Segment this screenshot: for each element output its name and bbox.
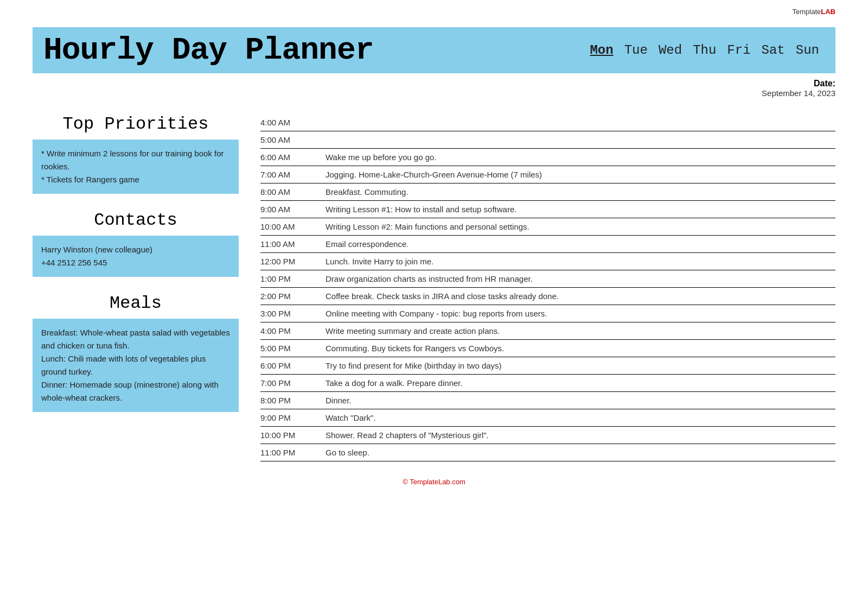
schedule-event: Shower. Read 2 chapters of "Mysterious g… bbox=[320, 427, 835, 444]
contact-line: +44 2512 256 545 bbox=[41, 256, 230, 269]
priorities-box: * Write minimum 2 lessons for our traini… bbox=[33, 140, 239, 194]
schedule-event: Try to find present for Mike (birthday i… bbox=[320, 357, 835, 375]
schedule-event: Lunch. Invite Harry to join me. bbox=[320, 253, 835, 270]
schedule-time: 6:00 PM bbox=[260, 357, 320, 375]
schedule-event: Writing Lesson #2: Main functions and pe… bbox=[320, 218, 835, 236]
day-mon[interactable]: Mon bbox=[590, 43, 613, 58]
priority-item: * Write minimum 2 lessons for our traini… bbox=[41, 147, 230, 173]
day-thu[interactable]: Thu bbox=[693, 43, 716, 58]
footer-link[interactable]: © TemplateLab.com bbox=[403, 478, 465, 486]
schedule-time: 10:00 AM bbox=[260, 218, 320, 236]
schedule-time: 7:00 PM bbox=[260, 375, 320, 392]
day-wed[interactable]: Wed bbox=[659, 43, 682, 58]
date-label: Date: bbox=[33, 79, 835, 88]
meals-box: Breakfast: Whole-wheat pasta salad with … bbox=[33, 319, 239, 412]
header: Hourly Day Planner MonTueWedThuFriSatSun bbox=[33, 27, 835, 73]
schedule-event: Write meeting summary and create action … bbox=[320, 322, 835, 340]
schedule-row: 11:00 PMGo to sleep. bbox=[260, 444, 835, 461]
schedule-row: 2:00 PMCoffee break. Check tasks in JIRA… bbox=[260, 288, 835, 305]
schedule-row: 6:00 PMTry to find present for Mike (bir… bbox=[260, 357, 835, 375]
schedule-event: Watch "Dark". bbox=[320, 409, 835, 427]
schedule-row: 4:00 PMWrite meeting summary and create … bbox=[260, 322, 835, 340]
day-sun[interactable]: Sun bbox=[796, 43, 819, 58]
schedule-time: 4:00 AM bbox=[260, 114, 320, 131]
schedule-event: Commuting. Buy tickets for Rangers vs Co… bbox=[320, 340, 835, 357]
schedule-row: 7:00 AMJogging. Home-Lake-Church-Green A… bbox=[260, 166, 835, 183]
page-title: Hourly Day Planner bbox=[43, 33, 374, 68]
contacts-title: Contacts bbox=[33, 210, 239, 230]
meals-section: Meals Breakfast: Whole-wheat pasta salad… bbox=[33, 293, 239, 412]
schedule-time: 6:00 AM bbox=[260, 149, 320, 166]
logo-lab: LAB bbox=[821, 8, 835, 16]
schedule-row: 10:00 PMShower. Read 2 chapters of "Myst… bbox=[260, 427, 835, 444]
schedule-event: Coffee break. Check tasks in JIRA and cl… bbox=[320, 288, 835, 305]
days-navigation: MonTueWedThuFriSatSun bbox=[590, 43, 819, 58]
schedule-time: 10:00 PM bbox=[260, 427, 320, 444]
schedule-event: Jogging. Home-Lake-Church-Green Avenue-H… bbox=[320, 166, 835, 183]
footer[interactable]: © TemplateLab.com bbox=[33, 478, 835, 486]
schedule-table: 4:00 AM5:00 AM6:00 AMWake me up before y… bbox=[260, 114, 835, 461]
schedule-row: 5:00 PMCommuting. Buy tickets for Ranger… bbox=[260, 340, 835, 357]
schedule-event bbox=[320, 114, 835, 131]
schedule-event: Email correspondence. bbox=[320, 236, 835, 253]
schedule-event: Writing Lesson #1: How to install and se… bbox=[320, 201, 835, 218]
schedule-row: 4:00 AM bbox=[260, 114, 835, 131]
schedule-row: 6:00 AMWake me up before you go go. bbox=[260, 149, 835, 166]
schedule-event: Take a dog for a walk. Prepare dinner. bbox=[320, 375, 835, 392]
day-tue[interactable]: Tue bbox=[624, 43, 648, 58]
schedule-event: Draw organization charts as instructed f… bbox=[320, 270, 835, 288]
schedule-time: 5:00 PM bbox=[260, 340, 320, 357]
schedule-time: 5:00 AM bbox=[260, 131, 320, 149]
schedule-row: 5:00 AM bbox=[260, 131, 835, 149]
schedule-time: 11:00 AM bbox=[260, 236, 320, 253]
meal-line: Breakfast: Whole-wheat pasta salad with … bbox=[41, 326, 230, 352]
schedule-time: 2:00 PM bbox=[260, 288, 320, 305]
schedule-time: 3:00 PM bbox=[260, 305, 320, 322]
day-fri[interactable]: Fri bbox=[727, 43, 750, 58]
schedule-event bbox=[320, 131, 835, 149]
schedule-row: 7:00 PMTake a dog for a walk. Prepare di… bbox=[260, 375, 835, 392]
schedule-event: Online meeting with Company - topic: bug… bbox=[320, 305, 835, 322]
schedule-section: 4:00 AM5:00 AM6:00 AMWake me up before y… bbox=[260, 114, 835, 461]
meal-line: Dinner: Homemade soup (minestrone) along… bbox=[41, 378, 230, 404]
schedule-time: 1:00 PM bbox=[260, 270, 320, 288]
priorities-title: Top Priorities bbox=[33, 114, 239, 134]
meals-title: Meals bbox=[33, 293, 239, 313]
schedule-event: Go to sleep. bbox=[320, 444, 835, 461]
contact-line: Harry Winston (new colleague) bbox=[41, 243, 230, 256]
contacts-section: Contacts Harry Winston (new colleague)+4… bbox=[33, 210, 239, 277]
logo: TemplateLAB bbox=[793, 8, 835, 16]
date-value: September 14, 2023 bbox=[33, 88, 835, 98]
schedule-row: 1:00 PMDraw organization charts as instr… bbox=[260, 270, 835, 288]
date-section: Date: September 14, 2023 bbox=[33, 73, 835, 109]
schedule-time: 7:00 AM bbox=[260, 166, 320, 183]
day-sat[interactable]: Sat bbox=[762, 43, 785, 58]
schedule-row: 9:00 PMWatch "Dark". bbox=[260, 409, 835, 427]
schedule-time: 4:00 PM bbox=[260, 322, 320, 340]
meal-line: Lunch: Chili made with lots of vegetable… bbox=[41, 352, 230, 378]
schedule-event: Dinner. bbox=[320, 392, 835, 409]
schedule-time: 9:00 AM bbox=[260, 201, 320, 218]
schedule-row: 8:00 PMDinner. bbox=[260, 392, 835, 409]
schedule-row: 12:00 PMLunch. Invite Harry to join me. bbox=[260, 253, 835, 270]
schedule-event: Breakfast. Commuting. bbox=[320, 183, 835, 201]
schedule-row: 3:00 PMOnline meeting with Company - top… bbox=[260, 305, 835, 322]
schedule-time: 8:00 AM bbox=[260, 183, 320, 201]
priorities-section: Top Priorities * Write minimum 2 lessons… bbox=[33, 114, 239, 194]
schedule-time: 9:00 PM bbox=[260, 409, 320, 427]
contacts-box: Harry Winston (new colleague)+44 2512 25… bbox=[33, 236, 239, 277]
schedule-row: 11:00 AMEmail correspondence. bbox=[260, 236, 835, 253]
main-content: Top Priorities * Write minimum 2 lessons… bbox=[33, 114, 835, 461]
schedule-row: 9:00 AMWriting Lesson #1: How to install… bbox=[260, 201, 835, 218]
schedule-event: Wake me up before you go go. bbox=[320, 149, 835, 166]
schedule-time: 8:00 PM bbox=[260, 392, 320, 409]
sidebar: Top Priorities * Write minimum 2 lessons… bbox=[33, 114, 239, 461]
priority-item: * Tickets for Rangers game bbox=[41, 173, 230, 186]
logo-template: Template bbox=[793, 8, 821, 16]
schedule-row: 8:00 AMBreakfast. Commuting. bbox=[260, 183, 835, 201]
schedule-time: 11:00 PM bbox=[260, 444, 320, 461]
schedule-time: 12:00 PM bbox=[260, 253, 320, 270]
schedule-row: 10:00 AMWriting Lesson #2: Main function… bbox=[260, 218, 835, 236]
